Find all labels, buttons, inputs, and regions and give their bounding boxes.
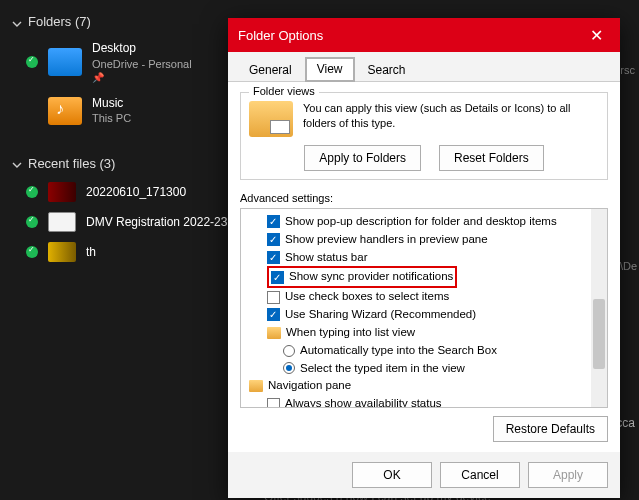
- group-label: Folder views: [249, 85, 319, 97]
- checkbox-icon[interactable]: [267, 251, 280, 264]
- adv-text: Show status bar: [285, 249, 367, 267]
- adv-text: Use check boxes to select items: [285, 288, 449, 306]
- advanced-settings-list[interactable]: Show pop-up description for folder and d…: [240, 208, 608, 408]
- folder-views-text: You can apply this view (such as Details…: [303, 101, 599, 137]
- adv-item[interactable]: Show status bar: [249, 249, 605, 267]
- adv-item[interactable]: Always show availability status: [249, 395, 605, 408]
- adv-radio[interactable]: Automatically type into the Search Box: [249, 342, 605, 360]
- folder-icon: [48, 97, 82, 125]
- folder-icon: [267, 327, 281, 339]
- adv-text: Use Sharing Wizard (Recommended): [285, 306, 476, 324]
- pin-icon: 📌: [92, 71, 192, 84]
- chevron-down-icon: [12, 17, 22, 27]
- sync-ok-icon: [26, 56, 38, 68]
- recent-name: th: [86, 245, 96, 259]
- folder-meta: Desktop OneDrive - Personal 📌: [92, 41, 192, 84]
- adv-text: When typing into list view: [286, 324, 415, 342]
- chevron-down-icon: [12, 158, 22, 168]
- apply-button[interactable]: Apply: [528, 462, 608, 488]
- adv-text: Always show availability status: [285, 395, 442, 408]
- folder-name: Desktop: [92, 41, 192, 57]
- folder-options-dialog: Folder Options ✕ General View Search Fol…: [228, 18, 620, 498]
- adv-item[interactable]: Show pop-up description for folder and d…: [249, 213, 605, 231]
- adv-text: Select the typed item in the view: [300, 360, 465, 378]
- tab-general[interactable]: General: [236, 57, 305, 82]
- checkbox-icon[interactable]: [267, 308, 280, 321]
- checkbox-icon[interactable]: [267, 215, 280, 228]
- adv-text: Navigation pane: [268, 377, 351, 395]
- radio-icon[interactable]: [283, 362, 295, 374]
- adv-group-nav[interactable]: Navigation pane: [249, 377, 605, 395]
- ok-button[interactable]: OK: [352, 462, 432, 488]
- sync-ok-icon: [26, 186, 38, 198]
- adv-item[interactable]: Use Sharing Wizard (Recommended): [249, 306, 605, 324]
- file-thumbnail: [48, 242, 76, 262]
- file-thumbnail: [48, 212, 76, 232]
- sync-ok-icon: [26, 216, 38, 228]
- close-icon[interactable]: ✕: [582, 26, 610, 45]
- checkbox-icon[interactable]: [271, 271, 284, 284]
- scroll-thumb[interactable]: [593, 299, 605, 369]
- reset-folders-button[interactable]: Reset Folders: [439, 145, 544, 171]
- adv-item[interactable]: Use check boxes to select items: [249, 288, 605, 306]
- tabs-row: General View Search: [228, 52, 620, 82]
- folder-meta: Music This PC: [92, 96, 131, 126]
- sync-ok-icon: [26, 246, 38, 258]
- adv-text: Show preview handlers in preview pane: [285, 231, 488, 249]
- folder-icon: [249, 380, 263, 392]
- adv-radio[interactable]: Select the typed item in the view: [249, 360, 605, 378]
- folder-sub: OneDrive - Personal: [92, 57, 192, 71]
- folder-views-group: Folder views You can apply this view (su…: [240, 92, 608, 180]
- cancel-button[interactable]: Cancel: [440, 462, 520, 488]
- adv-item[interactable]: Show preview handlers in preview pane: [249, 231, 605, 249]
- folder-name: Music: [92, 96, 131, 112]
- recent-name: DMV Registration 2022-23: [86, 215, 227, 229]
- restore-defaults-button[interactable]: Restore Defaults: [493, 416, 608, 442]
- dialog-body: Folder views You can apply this view (su…: [228, 82, 620, 452]
- adv-group-typing[interactable]: When typing into list view: [249, 324, 605, 342]
- tab-search[interactable]: Search: [355, 57, 419, 82]
- apply-to-folders-button[interactable]: Apply to Folders: [304, 145, 421, 171]
- checkbox-icon[interactable]: [267, 233, 280, 246]
- checkbox-icon[interactable]: [267, 291, 280, 304]
- folder-sub: This PC: [92, 111, 131, 125]
- adv-item-sync[interactable]: Show sync provider notifications: [249, 266, 605, 288]
- folder-views-icon: [249, 101, 293, 137]
- dialog-buttons: OK Cancel Apply: [228, 452, 620, 498]
- dialog-titlebar[interactable]: Folder Options ✕: [228, 18, 620, 52]
- adv-text: Automatically type into the Search Box: [300, 342, 497, 360]
- advanced-tree: Show pop-up description for folder and d…: [243, 213, 605, 408]
- folders-label: Folders (7): [28, 14, 91, 29]
- tab-view[interactable]: View: [305, 57, 355, 82]
- adv-text: Show pop-up description for folder and d…: [285, 213, 557, 231]
- recent-label: Recent files (3): [28, 156, 115, 171]
- file-thumbnail: [48, 182, 76, 202]
- advanced-label: Advanced settings:: [240, 192, 608, 204]
- scrollbar[interactable]: [591, 209, 607, 407]
- folder-icon: [48, 48, 82, 76]
- checkbox-icon[interactable]: [267, 398, 280, 408]
- radio-icon[interactable]: [283, 345, 295, 357]
- adv-text: Show sync provider notifications: [289, 268, 453, 286]
- dialog-title: Folder Options: [238, 28, 323, 43]
- recent-name: 20220610_171300: [86, 185, 186, 199]
